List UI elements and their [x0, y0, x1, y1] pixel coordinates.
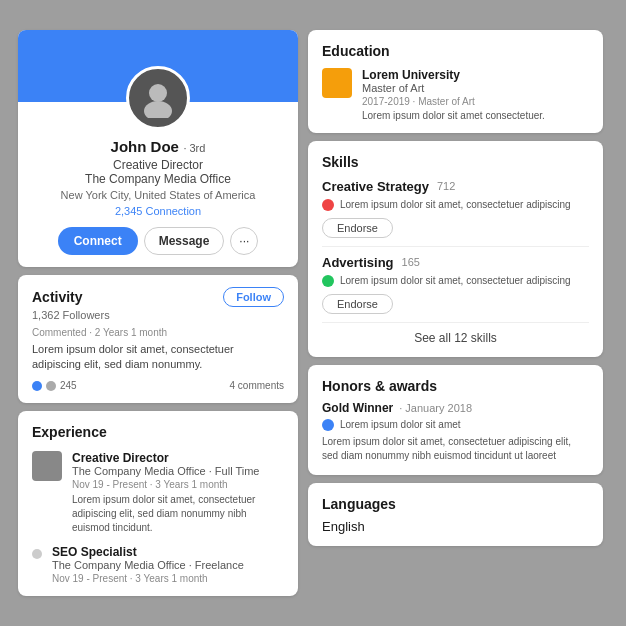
skill-dot-red: [322, 199, 334, 211]
like-dot-gray: [46, 381, 56, 391]
honors-short: Lorem ipsum dolor sit amet: [322, 419, 589, 431]
exp-item-2: SEO Specialist The Company Media Office …: [32, 545, 284, 584]
skill-header-1: Creative Strategy 712: [322, 179, 589, 194]
edu-school: Lorem University: [362, 68, 545, 82]
see-all-skills[interactable]: See all 12 skills: [322, 331, 589, 345]
exp-details-2: SEO Specialist The Company Media Office …: [52, 545, 244, 584]
exp-company-1: The Company Media Office · Full Time: [72, 465, 284, 477]
main-container: John Doe · 3rd Creative Director The Com…: [18, 30, 608, 597]
skill-item-1: Creative Strategy 712 Lorem ipsum dolor …: [322, 179, 589, 238]
education-card: Education Lorem University Master of Art…: [308, 30, 603, 133]
profile-actions: Connect Message ···: [34, 227, 282, 255]
exp-date-1: Nov 19 - Present · 3 Years 1 month: [72, 479, 284, 490]
profile-name-row: John Doe · 3rd: [34, 138, 282, 156]
languages-card: Languages English: [308, 483, 603, 546]
activity-footer: 245 4 comments: [32, 380, 284, 391]
edu-details: Lorem University Master of Art 2017-2019…: [362, 68, 545, 121]
exp-date-2: Nov 19 - Present · 3 Years 1 month: [52, 573, 244, 584]
language-english: English: [322, 519, 589, 534]
exp-icon-1: [32, 451, 62, 481]
exp-desc-1: Lorem ipsum dolor sit amet, consectetuer…: [72, 493, 284, 535]
skill-name-1: Creative Strategy: [322, 179, 429, 194]
profile-location: New York City, United States of America: [34, 189, 282, 201]
honors-card: Honors & awards Gold Winner · January 20…: [308, 365, 603, 475]
skill-name-2: Advertising: [322, 255, 394, 270]
skill-desc-2: Lorem ipsum dolor sit amet, consectetuer…: [322, 274, 589, 288]
exp-title-1: Creative Director: [72, 451, 284, 465]
skills-divider-2: [322, 322, 589, 323]
skill-desc-1: Lorem ipsum dolor sit amet, consectetuer…: [322, 198, 589, 212]
left-panel: John Doe · 3rd Creative Director The Com…: [18, 30, 298, 597]
edu-icon: [322, 68, 352, 98]
skill-dot-green: [322, 275, 334, 287]
avatar: [126, 66, 190, 130]
right-panel: Education Lorem University Master of Art…: [308, 30, 603, 597]
endorse-button-1[interactable]: Endorse: [322, 218, 393, 238]
activity-header: Activity Follow: [32, 287, 284, 307]
honors-award: Gold Winner: [322, 401, 393, 415]
skills-divider-1: [322, 246, 589, 247]
edu-degree: Master of Art: [362, 82, 545, 94]
skill-count-1: 712: [437, 180, 455, 192]
exp-title-2: SEO Specialist: [52, 545, 244, 559]
honors-dot-blue: [322, 419, 334, 431]
experience-title: Experience: [32, 424, 107, 440]
profile-degree: · 3rd: [183, 142, 205, 154]
languages-title: Languages: [322, 496, 396, 512]
edu-item: Lorem University Master of Art 2017-2019…: [322, 68, 589, 121]
follow-button[interactable]: Follow: [223, 287, 284, 307]
followers-count: 1,362 Followers: [32, 309, 284, 321]
experience-card: Experience Creative Director The Company…: [18, 411, 298, 596]
message-button[interactable]: Message: [144, 227, 225, 255]
edu-date: 2017-2019 · Master of Art: [362, 96, 545, 107]
activity-comments: 4 comments: [230, 380, 284, 391]
like-dot-blue: [32, 381, 42, 391]
edu-desc: Lorem ipsum dolor sit amet consectetuer.: [362, 110, 545, 121]
activity-card: Activity Follow 1,362 Followers Commente…: [18, 275, 298, 404]
profile-connections[interactable]: 2,345 Connection: [34, 205, 282, 217]
skills-card: Skills Creative Strategy 712 Lorem ipsum…: [308, 141, 603, 357]
profile-company: The Company Media Office: [34, 172, 282, 186]
profile-name: John Doe: [111, 138, 179, 155]
activity-title: Activity: [32, 289, 83, 305]
svg-point-0: [149, 84, 167, 102]
honors-desc: Lorem ipsum dolor sit amet, consectetuer…: [322, 435, 589, 463]
honors-date: · January 2018: [399, 402, 472, 414]
skills-title: Skills: [322, 154, 359, 170]
svg-point-1: [144, 101, 172, 118]
activity-meta: Commented · 2 Years 1 month: [32, 327, 284, 338]
exp-company-2: The Company Media Office · Freelance: [52, 559, 244, 571]
exp-item-1: Creative Director The Company Media Offi…: [32, 451, 284, 535]
likes-count: 245: [60, 380, 77, 391]
connect-button[interactable]: Connect: [58, 227, 138, 255]
profile-banner: [18, 30, 298, 102]
profile-title: Creative Director: [34, 158, 282, 172]
exp-details-1: Creative Director The Company Media Offi…: [72, 451, 284, 535]
exp-dot-2: [32, 549, 42, 559]
activity-likes: 245: [32, 380, 77, 391]
honors-title: Honors & awards: [322, 378, 437, 394]
activity-text: Lorem ipsum dolor sit amet, consectetuer…: [32, 342, 284, 373]
endorse-button-2[interactable]: Endorse: [322, 294, 393, 314]
skill-header-2: Advertising 165: [322, 255, 589, 270]
honors-award-row: Gold Winner · January 2018: [322, 401, 589, 415]
profile-card: John Doe · 3rd Creative Director The Com…: [18, 30, 298, 267]
more-button[interactable]: ···: [230, 227, 258, 255]
skill-count-2: 165: [402, 256, 420, 268]
skill-item-2: Advertising 165 Lorem ipsum dolor sit am…: [322, 255, 589, 314]
education-title: Education: [322, 43, 390, 59]
